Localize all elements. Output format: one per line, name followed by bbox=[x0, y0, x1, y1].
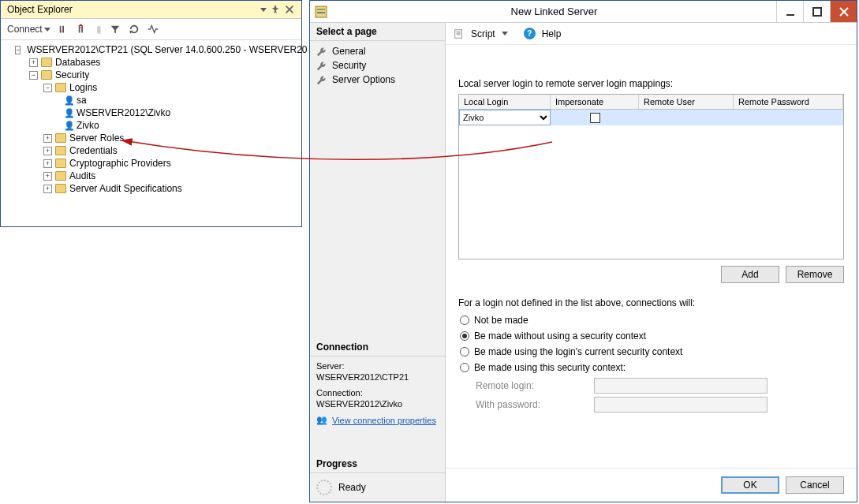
tree-label: Server Audit Specifications bbox=[69, 183, 182, 194]
help-icon: ? bbox=[524, 28, 536, 39]
collapse-icon[interactable]: − bbox=[15, 46, 21, 54]
grid-header-remote-user[interactable]: Remote User bbox=[639, 95, 734, 109]
toolbar-separator: ▮ bbox=[95, 22, 103, 36]
close-panel-icon[interactable] bbox=[284, 4, 295, 15]
expand-icon[interactable]: + bbox=[43, 172, 52, 181]
dialog-titlebar: New Linked Server bbox=[310, 1, 857, 23]
tree-label: Credentials bbox=[69, 145, 118, 156]
tree-server-node[interactable]: − WSERVER2012\CTP21 (SQL Server 14.0.600… bbox=[4, 43, 301, 56]
wrench-icon bbox=[316, 46, 327, 57]
maximize-button[interactable] bbox=[803, 1, 830, 22]
page-general[interactable]: General bbox=[310, 44, 445, 58]
grid-row[interactable]: Zivko bbox=[459, 110, 843, 125]
folder-icon bbox=[55, 171, 66, 181]
folder-icon bbox=[55, 133, 66, 143]
impersonate-checkbox[interactable] bbox=[590, 113, 600, 123]
toolbar-icon-1[interactable] bbox=[57, 22, 71, 36]
minimize-button[interactable] bbox=[776, 1, 803, 22]
remote-user-cell[interactable] bbox=[639, 110, 734, 125]
close-button[interactable] bbox=[830, 1, 857, 22]
with-password-input bbox=[594, 397, 767, 413]
collapse-icon[interactable]: − bbox=[43, 84, 52, 92]
script-dropdown-icon[interactable] bbox=[502, 32, 508, 35]
cancel-button[interactable]: Cancel bbox=[786, 476, 844, 494]
expand-icon[interactable]: + bbox=[43, 147, 52, 155]
dialog-right-pane: Script ? Help Local server login to remo… bbox=[446, 23, 857, 502]
radio-this-security[interactable]: Be made using this security context: bbox=[460, 362, 842, 373]
refresh-icon[interactable] bbox=[127, 22, 141, 36]
tree-login-label: Zivko bbox=[77, 120, 99, 131]
tree-login-label: WSERVER2012\Zivko bbox=[77, 107, 170, 118]
mappings-label: Local server login to remote server logi… bbox=[458, 78, 844, 89]
tree-databases-node[interactable]: + Databases bbox=[4, 56, 301, 69]
spinner-icon bbox=[316, 480, 332, 495]
wrench-icon bbox=[316, 74, 327, 85]
expand-icon[interactable]: + bbox=[43, 159, 52, 168]
filter-icon[interactable] bbox=[108, 22, 122, 36]
svg-rect-5 bbox=[813, 8, 821, 16]
remote-login-label: Remote login: bbox=[476, 380, 586, 391]
grid-header-remote-password[interactable]: Remote Password bbox=[734, 95, 843, 109]
radio-icon[interactable] bbox=[460, 363, 469, 372]
server-label: Server: bbox=[316, 361, 439, 371]
view-connection-properties-link[interactable]: View connection properties bbox=[332, 416, 436, 425]
expand-icon[interactable]: + bbox=[43, 185, 52, 193]
select-page-header: Select a page bbox=[310, 23, 445, 41]
page-label: Server Options bbox=[332, 74, 395, 85]
tree-logins-node[interactable]: − Logins bbox=[4, 81, 301, 94]
radio-no-security[interactable]: Be made without using a security context bbox=[460, 330, 842, 342]
object-explorer-tree: − WSERVER2012\CTP21 (SQL Server 14.0.600… bbox=[1, 40, 301, 226]
radio-label: Be made without using a security context bbox=[474, 330, 646, 342]
activity-icon[interactable] bbox=[146, 22, 160, 36]
tree-login-item[interactable]: 👤 sa bbox=[4, 94, 301, 106]
expand-icon[interactable]: + bbox=[29, 58, 38, 67]
remote-login-input bbox=[594, 378, 767, 394]
object-explorer-header: Object Explorer bbox=[1, 1, 301, 19]
tree-server-roles-node[interactable]: + Server Roles bbox=[4, 132, 301, 144]
tree-crypto-node[interactable]: + Cryptographic Providers bbox=[4, 157, 301, 170]
tree-logins-label: Logins bbox=[69, 82, 97, 93]
dialog-left-pane: Select a page General Security Server Op… bbox=[310, 23, 446, 502]
local-login-select[interactable]: Zivko bbox=[459, 110, 551, 125]
radio-icon[interactable] bbox=[460, 347, 469, 357]
server-value: WSERVER2012\CTP21 bbox=[316, 372, 439, 382]
add-button[interactable]: Add bbox=[721, 266, 779, 283]
radio-not-made[interactable]: Not be made bbox=[460, 315, 842, 326]
pin-icon[interactable] bbox=[270, 4, 281, 15]
toolbar-icon-2[interactable] bbox=[76, 22, 90, 36]
tree-label: Server Roles bbox=[69, 133, 124, 144]
folder-icon bbox=[55, 159, 66, 168]
tree-login-item[interactable]: 👤 WSERVER2012\Zivko bbox=[4, 106, 301, 119]
tree-server-label: WSERVER2012\CTP21 (SQL Server 14.0.600.2… bbox=[27, 44, 307, 55]
page-label: General bbox=[332, 46, 366, 57]
radio-icon[interactable] bbox=[460, 315, 469, 325]
page-security[interactable]: Security bbox=[310, 58, 445, 73]
login-mappings-grid: Local Login Impersonate Remote User Remo… bbox=[458, 94, 844, 259]
wrench-icon bbox=[316, 60, 327, 71]
tree-audit-specs-node[interactable]: + Server Audit Specifications bbox=[4, 182, 301, 195]
connect-button[interactable]: Connect bbox=[6, 22, 52, 36]
radio-intro-label: For a login not defined in the list abov… bbox=[458, 297, 844, 308]
tree-login-item[interactable]: 👤 Zivko bbox=[4, 119, 301, 132]
with-password-label: With password: bbox=[476, 399, 586, 410]
page-server-options[interactable]: Server Options bbox=[310, 73, 445, 87]
ok-button[interactable]: OK bbox=[721, 476, 779, 494]
new-linked-server-dialog: New Linked Server Select a page General … bbox=[309, 0, 857, 502]
help-button[interactable]: Help bbox=[542, 28, 562, 39]
radio-current-security[interactable]: Be made using the login's current securi… bbox=[460, 346, 842, 357]
radio-icon[interactable] bbox=[460, 331, 469, 341]
collapse-icon[interactable]: − bbox=[29, 71, 38, 80]
connection-label: Connection: bbox=[316, 388, 439, 398]
remove-button[interactable]: Remove bbox=[786, 266, 844, 283]
folder-icon bbox=[55, 146, 66, 155]
grid-header-local-login[interactable]: Local Login bbox=[459, 95, 551, 109]
tree-credentials-node[interactable]: + Credentials bbox=[4, 144, 301, 157]
panel-dropdown-icon[interactable] bbox=[260, 8, 267, 12]
grid-header-impersonate[interactable]: Impersonate bbox=[551, 95, 639, 109]
script-button[interactable]: Script bbox=[471, 28, 495, 39]
expand-icon[interactable]: + bbox=[43, 134, 52, 143]
radio-label: Be made using this security context: bbox=[474, 362, 626, 373]
remote-password-cell[interactable] bbox=[734, 110, 843, 125]
tree-security-node[interactable]: − Security bbox=[4, 69, 301, 81]
tree-audits-node[interactable]: + Audits bbox=[4, 170, 301, 182]
